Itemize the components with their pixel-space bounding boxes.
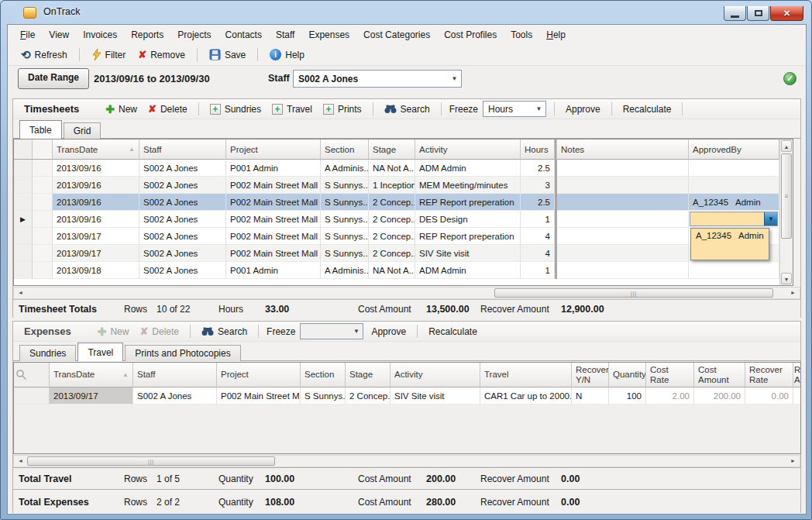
cell-section[interactable]: S Sunnys...	[321, 194, 369, 211]
column-header-stage[interactable]: Stage	[346, 363, 391, 387]
cell-approvedby[interactable]	[689, 262, 779, 279]
cell-activity[interactable]: REP Report preperation	[415, 194, 521, 211]
menu-item-cost-categories[interactable]: Cost Categories	[356, 27, 437, 43]
cell-transdate[interactable]: 2013/09/16	[53, 177, 139, 194]
cell-cost-rate[interactable]: 2.00	[646, 387, 694, 405]
timesheets-vertical-scrollbar[interactable]: ▲ ≡ ▼	[779, 139, 793, 285]
cell-notes[interactable]	[557, 177, 689, 194]
expenses-freeze-select[interactable]: ▼	[300, 323, 363, 339]
cell-activity[interactable]: REP Report preperation	[415, 228, 521, 245]
cell-travel[interactable]: CAR1 Car up to 2000...	[480, 387, 572, 405]
cell-section[interactable]: S Sunnys...	[321, 177, 369, 194]
timesheets-delete-button[interactable]: ✘ Delete	[145, 102, 191, 116]
column-header-activity[interactable]: Activity	[391, 363, 480, 387]
approvedby-dropdown-item[interactable]: A_12345 Admin	[691, 229, 769, 243]
cell-activity[interactable]: ADM Admin	[415, 262, 521, 279]
cell-project[interactable]: P002 Main Street Mall	[226, 245, 321, 262]
expenses-approve-button[interactable]: Approve	[368, 325, 409, 339]
approvedby-editor-field[interactable]	[690, 212, 764, 226]
menu-item-staff[interactable]: Staff	[269, 27, 301, 43]
cell-approvedby[interactable]	[689, 177, 779, 194]
expenses-tab-prints-and-photocopies[interactable]: Prints and Photocopies	[125, 345, 240, 361]
cell-notes[interactable]	[557, 160, 689, 177]
scroll-down-arrow[interactable]: ▼	[781, 273, 792, 284]
column-header-recover-y-n[interactable]: Recover Y/N	[572, 363, 609, 387]
cell-project[interactable]: P002 Main Street Mall	[226, 194, 321, 211]
menu-item-projects[interactable]: Projects	[170, 27, 218, 43]
expenses-recalculate-button[interactable]: Recalculate	[425, 325, 480, 339]
cell-approvedby[interactable]: ▼A_12345 Admin	[689, 211, 779, 228]
scroll-right-arrow[interactable]: ►	[787, 288, 799, 298]
cell-transdate[interactable]: 2013/09/18	[53, 262, 139, 279]
timesheets-approve-button[interactable]: Approve	[563, 102, 604, 116]
table-row[interactable]: 2013/09/17S002 A JonesP002 Main Street M…	[14, 228, 779, 245]
table-row[interactable]: 2013/09/16S002 A JonesP002 Main Street M…	[14, 177, 779, 194]
cell-activity[interactable]: ADM Admin	[415, 160, 521, 177]
date-range-button[interactable]: Date Range	[18, 68, 89, 89]
column-header-travel[interactable]: Travel	[480, 363, 572, 387]
cell-hours[interactable]: 4	[521, 228, 555, 245]
cell-activity[interactable]: SIV Site visit	[391, 387, 480, 405]
cell-hours[interactable]: 1	[521, 262, 555, 279]
expenses-horizontal-scrollbar[interactable]: ◄ ||| ►	[13, 455, 800, 467]
column-header-notes[interactable]: Notes	[557, 139, 689, 160]
menu-item-file[interactable]: File	[13, 27, 42, 43]
menu-item-cost-profiles[interactable]: Cost Profiles	[437, 27, 504, 43]
cell-notes[interactable]	[557, 211, 689, 228]
cell-project[interactable]: P002 Main Street Mall	[217, 387, 301, 405]
cell-notes[interactable]	[557, 245, 689, 262]
column-header-staff[interactable]: Staff	[133, 363, 217, 387]
cell-staff[interactable]: S002 A Jones	[133, 387, 217, 405]
remove-button[interactable]: ✘ Remove	[134, 47, 189, 62]
title-bar[interactable]: OnTrack ✕	[1, 1, 811, 24]
column-header-project[interactable]: Project	[226, 139, 321, 160]
column-header-transdate[interactable]: TransDate▲	[53, 139, 139, 160]
cell-staff[interactable]: S002 A Jones	[139, 245, 226, 262]
cell-staff[interactable]: S002 A Jones	[139, 228, 226, 245]
refresh-button[interactable]: ⟲ Refresh	[17, 48, 71, 62]
cell-staff[interactable]: S002 A Jones	[139, 211, 226, 228]
column-header-recover-rate[interactable]: Recover Rate	[745, 363, 793, 387]
cell-stage[interactable]: 1 Inception	[369, 177, 415, 194]
scrollbar-thumb[interactable]: |||	[494, 288, 773, 298]
cell-staff[interactable]: S002 A Jones	[139, 177, 226, 194]
cell-activity[interactable]: SIV Site visit	[415, 245, 521, 262]
cell-recover-y-n[interactable]: N	[572, 387, 609, 405]
save-button[interactable]: Save	[205, 47, 249, 62]
menu-item-tools[interactable]: Tools	[504, 27, 539, 43]
column-header-activity[interactable]: Activity	[415, 139, 521, 160]
cell-project[interactable]: P002 Main Street Mall	[226, 177, 321, 194]
cell-notes[interactable]	[557, 262, 689, 279]
cell-project[interactable]: P002 Main Street Mall	[226, 211, 321, 228]
staff-select[interactable]: S002 A Jones ▼	[293, 70, 462, 88]
timesheets-freeze-select[interactable]: Hours ▼	[483, 101, 546, 117]
column-header-quantity[interactable]: Quantity	[609, 363, 646, 387]
timesheets-horizontal-scrollbar[interactable]: ◄ ||| ►	[13, 287, 800, 299]
cell-cost-amount[interactable]: 200.00	[694, 387, 745, 405]
cell-transdate[interactable]: 2013/09/16	[53, 160, 139, 177]
expenses-tab-travel[interactable]: Travel	[77, 343, 123, 361]
table-row[interactable]: ▶2013/09/16S002 A JonesP002 Main Street …	[14, 211, 779, 228]
cell-approvedby[interactable]: A_12345 Admin	[689, 194, 779, 211]
menu-item-contacts[interactable]: Contacts	[218, 27, 269, 43]
cell-stage[interactable]: 2 Concep...	[346, 387, 391, 405]
table-row[interactable]: 2013/09/16S002 A JonesP001 AdminA Admini…	[14, 160, 779, 177]
cell-quantity[interactable]: 100	[609, 387, 646, 405]
cell-stage[interactable]: 2 Concep...	[369, 194, 415, 211]
scroll-left-arrow[interactable]: ◄	[15, 456, 26, 466]
column-header-project[interactable]: Project	[217, 363, 301, 387]
approvedby-editor[interactable]: ▼	[690, 212, 778, 226]
grid-search-header[interactable]	[14, 363, 50, 387]
cell-transdate[interactable]: 2013/09/17	[50, 387, 133, 405]
cell-hours[interactable]: 3	[521, 177, 555, 194]
cell-hours[interactable]: 4	[521, 245, 555, 262]
cell-stage[interactable]: 2 Concep...	[369, 211, 415, 228]
menu-item-reports[interactable]: Reports	[124, 27, 170, 43]
cell-activity[interactable]: MEM Meeting/minutes	[415, 177, 521, 194]
cell-section[interactable]: A Adminis...	[321, 262, 369, 279]
cell-transdate[interactable]: 2013/09/17	[53, 245, 139, 262]
cell-project[interactable]: P002 Main Street Mall	[226, 228, 321, 245]
cell-staff[interactable]: S002 A Jones	[139, 262, 226, 279]
cell-stage[interactable]: 2 Concep...	[369, 228, 415, 245]
timesheets-tab-grid[interactable]: Grid	[64, 122, 102, 139]
